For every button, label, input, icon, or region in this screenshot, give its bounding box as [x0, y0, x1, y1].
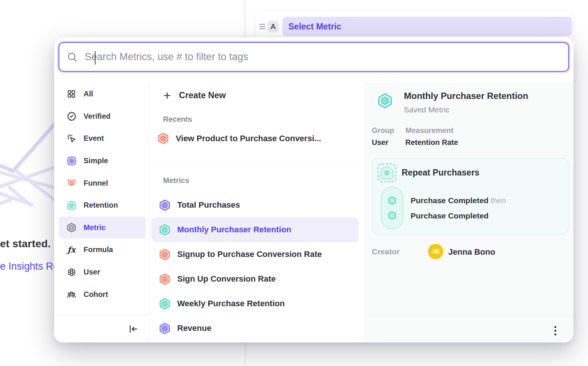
search-icon — [67, 52, 78, 63]
search-box[interactable] — [59, 42, 569, 72]
background-report-link[interactable]: e Insights Re — [0, 261, 59, 272]
text-caret — [95, 51, 96, 65]
metric-row-monthly-purchaser-retention[interactable]: Monthly Purchaser Retention — [151, 217, 359, 242]
sidebar-item-label: Formula — [84, 245, 113, 254]
definition-step-2: Purchase Completed — [411, 211, 489, 220]
sidebar-item-funnel[interactable]: Funnel — [54, 172, 149, 194]
recent-metric-item[interactable]: View Product to Purchase Conversi... — [157, 132, 321, 145]
definition-card: Repeat Purchasers Purchase Completed the… — [372, 158, 569, 235]
teal-metric-hexagon-icon — [159, 224, 171, 236]
retention-icon — [66, 200, 76, 210]
sidebar-item-label: Metric — [84, 223, 106, 232]
metric-row-signup-to-purchase-conversion-rate[interactable]: Signup to Purchase Conversion Rate — [151, 242, 359, 267]
background-heading-fragment: et started. — [0, 238, 51, 250]
decorative-chart-lines — [0, 120, 60, 224]
sidebar-item-label: Simple — [84, 156, 108, 165]
sidebar-item-verified[interactable]: Verified — [54, 105, 149, 128]
sidebar-footer — [54, 315, 149, 342]
user-cluster-icon — [66, 267, 76, 277]
metric-row-sign-up-conversion-rate[interactable]: Sign Up Conversion Rate — [151, 267, 359, 291]
sidebar-item-user[interactable]: User — [54, 261, 149, 283]
sidebar-item-formula[interactable]: ƒx Formula — [54, 239, 149, 261]
type-filter-sidebar: All Verified E — [54, 83, 149, 342]
query-letter-badge[interactable]: A — [268, 21, 279, 32]
metric-list-panel: + Create New Recents View Product to Pur… — [150, 83, 365, 342]
sidebar-item-label: All — [84, 90, 93, 98]
teal-metric-hexagon-icon — [159, 298, 171, 310]
detail-subtitle: Saved Metric — [404, 105, 450, 114]
purple-metric-hexagon-icon — [159, 199, 171, 211]
formula-icon: ƒx — [66, 245, 76, 255]
sidebar-item-label: Verified — [84, 112, 110, 121]
creator-name: Jenna Bono — [448, 247, 495, 257]
sidebar-item-label: Funnel — [84, 179, 108, 187]
creator-avatar: JB — [428, 244, 443, 259]
metric-picker-modal: All Verified E — [54, 37, 573, 342]
recents-header: Recents — [163, 115, 192, 124]
sidebar-item-all[interactable]: All — [54, 83, 149, 105]
detail-title: Monthly Purchaser Retention — [404, 91, 528, 101]
verified-badge-icon — [66, 111, 76, 121]
sidebar-item-label: Cohort — [84, 290, 108, 299]
cursor-click-icon — [66, 133, 76, 143]
metric-hexagon-icon — [66, 223, 76, 233]
grid-icon — [66, 89, 76, 99]
event-hexagon-icon — [387, 210, 397, 221]
metric-row-revenue[interactable]: Revenue — [151, 316, 359, 341]
detail-footer — [366, 315, 574, 342]
drag-handle-icon[interactable] — [259, 24, 265, 29]
measurement-field-value: Retention Rate — [406, 138, 458, 147]
metric-row-weekly-purchase-retention[interactable]: Weekly Purchase Retention — [151, 291, 359, 316]
funnel-icon — [66, 178, 76, 188]
funnel-metric-hexagon-icon — [157, 132, 169, 145]
create-new-button[interactable]: + Create New — [163, 89, 226, 102]
sidebar-item-label: User — [84, 268, 100, 276]
metric-row-total-purchases[interactable]: Total Purchases — [151, 193, 359, 217]
definition-step-1: Purchase Completed then — [411, 196, 506, 205]
sidebar-item-metric[interactable]: Metric — [59, 217, 146, 239]
metric-detail-panel: Monthly Purchaser Retention Saved Metric… — [366, 83, 574, 342]
more-options-kebab-icon[interactable] — [553, 325, 558, 337]
sidebar-item-label: Event — [84, 134, 104, 143]
definition-title: Repeat Purchasers — [402, 168, 479, 178]
sidebar-item-label: Retention — [84, 201, 118, 210]
salmon-metric-hexagon-icon — [159, 248, 171, 261]
collapse-panel-icon[interactable] — [128, 324, 138, 334]
retention-definition-icon — [378, 164, 396, 182]
search-input[interactable] — [85, 51, 561, 63]
metrics-header: Metrics — [163, 176, 189, 185]
saved-metric-hexagon-icon — [377, 93, 393, 109]
event-sequence-capsule — [381, 187, 403, 229]
recent-item-label: View Product to Purchase Conversi... — [176, 134, 321, 143]
salmon-metric-hexagon-icon — [159, 273, 171, 285]
cohort-icon — [66, 289, 76, 300]
sidebar-item-cohort[interactable]: Cohort — [54, 283, 149, 305]
group-field-label: Group — [372, 126, 394, 135]
sidebar-item-event[interactable]: Event — [54, 127, 149, 150]
sidebar-item-retention[interactable]: Retention — [54, 194, 149, 217]
step-connector: then — [491, 196, 506, 205]
creator-label: Creator — [372, 247, 400, 256]
simple-metric-icon — [66, 156, 76, 166]
event-hexagon-icon — [387, 195, 397, 206]
purple-metric-hexagon-icon — [159, 322, 171, 335]
measurement-field-label: Measurement — [406, 126, 454, 135]
select-metric-button[interactable]: Select Metric — [282, 17, 572, 36]
group-field-value: User — [372, 138, 388, 147]
plus-icon: + — [163, 89, 171, 102]
sidebar-item-simple[interactable]: Simple — [54, 150, 149, 172]
list-divider — [156, 163, 359, 164]
